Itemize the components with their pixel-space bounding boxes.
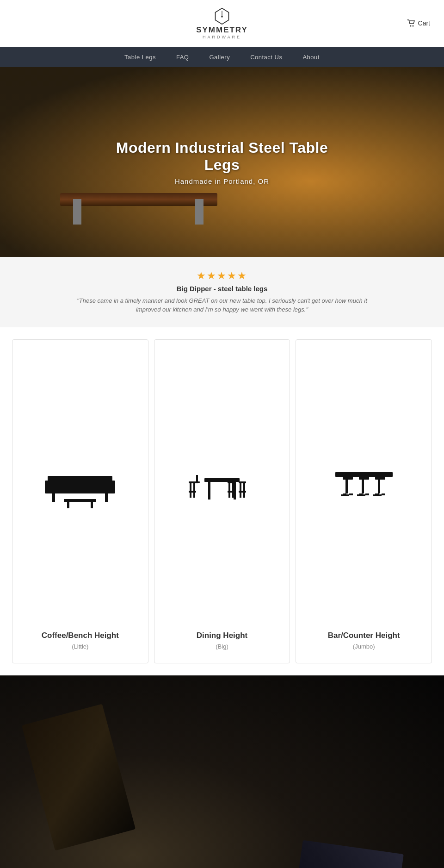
cart-icon [407,19,415,27]
cart-button[interactable]: Cart [407,19,430,27]
svg-rect-21 [228,481,230,498]
svg-rect-41 [357,494,365,496]
svg-rect-17 [190,481,191,498]
svg-rect-31 [335,472,393,477]
svg-rect-24 [228,491,235,493]
svg-rect-15 [208,482,210,500]
svg-rect-43 [378,480,380,493]
hero-table-leg-right [195,199,204,225]
svg-rect-30 [189,481,200,483]
svg-rect-8 [109,481,115,493]
svg-rect-11 [64,499,96,502]
svg-rect-28 [239,491,246,493]
svg-rect-26 [243,481,245,498]
logo-name: symmetry [196,26,248,35]
svg-rect-25 [240,481,241,498]
logo-icon [213,7,231,25]
svg-rect-5 [48,480,112,493]
product-name-coffee: Coffee/Bench Height [42,631,119,640]
product-icon-area-dining [164,349,281,622]
svg-rect-42 [375,477,385,480]
hero-text: Modern Industrial Steel Table Legs Handm… [111,139,333,185]
nav-about[interactable]: About [292,47,329,67]
svg-rect-14 [204,478,240,482]
nav-gallery[interactable]: Gallery [199,47,240,67]
dining-table-icon [180,453,264,518]
bottom-object-2 [290,840,404,868]
svg-rect-40 [365,493,369,495]
product-sub-dining: (Big) [216,643,228,650]
review-product: Big Dipper - steel table legs [18,285,426,293]
product-sub-coffee: (Little) [72,643,88,650]
svg-rect-20 [189,491,196,493]
svg-rect-13 [91,502,93,508]
site-header: symmetry HARDWARE Cart [0,0,444,47]
svg-point-4 [412,25,413,27]
product-name-bar: Bar/Counter Height [328,631,400,640]
product-icon-area-bar [305,349,422,622]
hero-section: Modern Industrial Steel Table Legs Handm… [0,67,444,257]
hero-table-leg-left [73,199,81,225]
product-card-dining[interactable]: Dining Height (Big) [154,339,290,663]
review-stars: ★★★★★ [18,270,426,282]
product-sub-bar: (Jumbo) [353,643,375,650]
svg-rect-7 [45,481,51,493]
main-nav: Table Legs FAQ Gallery Contact Us About [0,47,444,67]
svg-rect-36 [341,494,349,496]
svg-rect-33 [345,480,348,493]
bottom-object-1 [22,704,136,850]
nav-table-legs[interactable]: Table Legs [114,47,166,67]
svg-rect-23 [228,481,235,483]
logo-link[interactable]: symmetry HARDWARE [196,7,248,39]
product-card-bar[interactable]: Bar/Counter Height (Jumbo) [296,339,432,663]
svg-rect-18 [193,481,195,498]
product-name-dining: Dining Height [197,631,247,640]
review-text: "These came in a timely manner and look … [74,296,370,314]
hero-title: Modern Industrial Steel Table Legs [111,139,333,173]
hero-subtitle: Handmade in Portland, OR [111,177,333,185]
svg-rect-35 [349,493,353,495]
bottom-image-section [0,675,444,868]
product-card-coffee[interactable]: Coffee/Bench Height (Little) [12,339,148,663]
svg-rect-9 [52,493,55,502]
svg-rect-37 [359,477,369,480]
logo-subtitle: HARDWARE [203,35,241,39]
hero-table-top [60,193,217,206]
coffee-table-icon [38,453,122,518]
svg-rect-10 [105,493,108,502]
cart-label: Cart [418,19,430,27]
products-section: Coffee/Bench Height (Little) [0,327,444,675]
nav-faq[interactable]: FAQ [166,47,199,67]
product-icon-area-coffee [22,349,139,622]
svg-rect-6 [48,476,112,481]
svg-rect-38 [362,480,364,493]
svg-rect-27 [239,481,246,483]
svg-rect-46 [373,494,382,496]
svg-rect-45 [382,493,385,495]
nav-contact[interactable]: Contact Us [240,47,292,67]
bar-counter-icon [322,453,406,518]
review-section: ★★★★★ Big Dipper - steel table legs "The… [0,257,444,327]
svg-point-3 [410,25,411,27]
svg-rect-32 [343,477,353,480]
svg-point-2 [221,16,223,18]
svg-rect-12 [67,502,69,508]
svg-rect-22 [232,481,234,498]
